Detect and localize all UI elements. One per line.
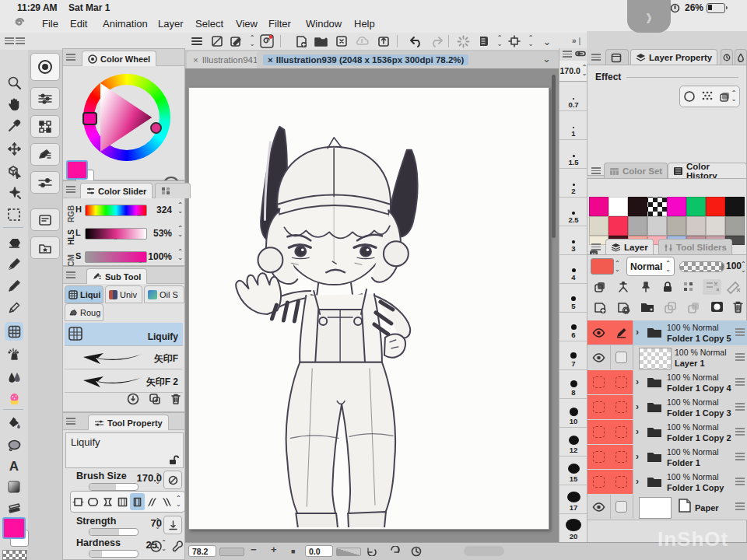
visibility-cell[interactable] <box>587 345 611 369</box>
sub-tool-tab[interactable]: Sub Tool <box>86 268 147 284</box>
operate-tool-icon[interactable] <box>5 162 23 180</box>
sub-tool-panel-icon[interactable] <box>30 143 60 166</box>
paper-thumbnail[interactable] <box>639 497 672 519</box>
undo-icon[interactable] <box>408 33 425 49</box>
fit-screen-icon[interactable]: ■ <box>291 548 295 555</box>
tab-layer[interactable]: Layer <box>605 239 654 255</box>
text-tool-icon[interactable]: A <box>5 457 23 476</box>
tool-property-tab[interactable]: Tool Property <box>88 415 169 430</box>
strength-slider[interactable] <box>89 528 139 536</box>
rotate-canvas-icon[interactable] <box>209 33 226 49</box>
panel-menu-icon[interactable] <box>66 186 75 193</box>
drag-handle-icon[interactable] <box>735 378 745 387</box>
color-swatch[interactable] <box>589 216 608 236</box>
opacity-stepper[interactable]: ⌃⌄ <box>741 261 746 274</box>
strength-dynamics-button[interactable] <box>163 516 182 534</box>
brush-size-item[interactable]: 17 <box>559 485 587 514</box>
tool-property-panel-icon[interactable] <box>30 171 60 194</box>
pencil-tool-icon[interactable] <box>5 299 23 317</box>
foreground-color-swatch[interactable] <box>66 160 88 180</box>
group-tab-liquify[interactable]: Liqui <box>65 285 103 303</box>
brush-size-item[interactable]: 3 <box>559 226 587 255</box>
color-swatch[interactable] <box>686 197 706 216</box>
no-size-source-button[interactable] <box>163 471 182 489</box>
visibility-cell[interactable] <box>587 395 611 419</box>
layer-mask-icon[interactable] <box>710 301 724 313</box>
drag-handle-icon[interactable] <box>735 478 745 487</box>
trash-icon[interactable] <box>732 300 744 313</box>
clip-studio-logo-icon[interactable] <box>12 17 28 31</box>
doc-tab-1[interactable]: × Illustration941 <box>187 51 266 68</box>
mode-grid-icon[interactable] <box>115 493 130 510</box>
reset-view-icon[interactable] <box>411 546 422 557</box>
figure-tool-icon[interactable] <box>5 498 23 516</box>
canvas-scrollbar[interactable] <box>552 75 556 238</box>
layer-row-folder-1-copy-3[interactable]: › 100 % Normal Folder 1 Copy 3 <box>587 395 747 421</box>
color-set-mini-tab[interactable] <box>155 183 191 198</box>
tab-color-set[interactable]: Color Set <box>604 163 668 179</box>
transparent-swatch[interactable] <box>647 197 667 216</box>
drag-handle-icon[interactable] <box>735 453 745 462</box>
layer-row-folder-1-copy[interactable]: › 100 % Normal Folder 1 Copy <box>587 470 747 495</box>
expand-chevron-icon[interactable]: › <box>636 327 639 338</box>
zoom-tool-icon[interactable] <box>5 73 23 92</box>
mode-rect-icon[interactable] <box>130 493 145 510</box>
brush-size-slider[interactable] <box>89 483 139 491</box>
edit-cell[interactable] <box>610 320 633 345</box>
menu-help[interactable]: Help <box>354 18 375 30</box>
opacity-slider[interactable] <box>679 261 724 272</box>
visibility-cell[interactable] <box>587 320 611 345</box>
hand-tool-icon[interactable] <box>5 95 23 114</box>
drag-handle-icon[interactable] <box>735 328 745 338</box>
menu-animation[interactable]: Animation <box>103 18 148 30</box>
color-swatch[interactable] <box>647 216 667 236</box>
brush-size-item[interactable]: 1.5 <box>559 140 587 169</box>
canvas-area[interactable] <box>185 68 559 542</box>
marquee-tool-icon[interactable] <box>5 205 23 224</box>
layer-thumbnail[interactable] <box>639 348 672 369</box>
color-swatch[interactable] <box>628 216 647 236</box>
edit-cell[interactable] <box>610 420 633 444</box>
tab-layer-property[interactable]: Layer Property <box>630 49 717 65</box>
menu-select[interactable]: Select <box>195 18 223 30</box>
canvas-page[interactable] <box>188 87 549 530</box>
close-file-icon[interactable] <box>333 33 350 49</box>
inshot-next-button[interactable]: › <box>627 0 671 33</box>
brush-size-item[interactable]: 2 <box>559 169 587 198</box>
drag-handle-icon[interactable] <box>735 403 745 412</box>
export-icon[interactable] <box>375 33 392 49</box>
panel-menu-icon[interactable] <box>591 243 601 250</box>
tab-tool-sliders[interactable]: Tool Sliders <box>658 239 732 255</box>
new-file-icon[interactable] <box>293 33 310 49</box>
lightness-stepper[interactable]: ⌃⌄ <box>177 226 183 238</box>
border-effect-icon[interactable] <box>683 90 696 103</box>
subtool-item-liquify[interactable]: Liquify <box>65 323 183 346</box>
expand-chevron-icon[interactable]: › <box>636 401 639 412</box>
saturation-stepper[interactable]: ⌃⌄ <box>177 249 183 261</box>
eraser-tool-icon[interactable] <box>5 233 23 252</box>
hue-ring-selector[interactable] <box>82 112 97 125</box>
new-layer-settings-icon[interactable] <box>617 301 630 314</box>
expand-chevron-icon[interactable]: › <box>636 426 639 437</box>
subtool-item-arrow-f2[interactable]: 矢印F 2 <box>65 369 183 393</box>
new-folder-icon[interactable] <box>640 301 654 313</box>
tone-effect-icon[interactable] <box>701 90 714 103</box>
expand-chevron-icon[interactable]: › <box>636 476 639 487</box>
edit-cell[interactable] <box>610 345 633 369</box>
auto-select-tool-icon[interactable] <box>5 184 23 202</box>
menu-view[interactable]: View <box>236 18 258 30</box>
collapse-right-icon[interactable]: »❘ <box>572 37 583 45</box>
brush-size-item[interactable]: 20 <box>559 514 587 543</box>
visibility-cell[interactable] <box>587 495 611 519</box>
menu-window[interactable]: Window <box>306 18 342 30</box>
transparent-color-swatch[interactable] <box>2 550 27 560</box>
close-icon[interactable]: × <box>268 55 273 65</box>
visibility-cell[interactable] <box>587 470 611 494</box>
layer-row-paper[interactable]: Paper <box>587 495 747 520</box>
zoom-in-icon[interactable]: + <box>271 544 277 555</box>
brush-size-current[interactable]: 170.0 ⌃⌄ <box>559 61 587 82</box>
panel-menu-icon[interactable] <box>591 54 601 61</box>
crop-stepper[interactable]: ⌃⌄ <box>522 33 539 49</box>
gradient-tool-icon[interactable] <box>5 436 23 454</box>
close-icon[interactable]: × <box>193 55 198 65</box>
